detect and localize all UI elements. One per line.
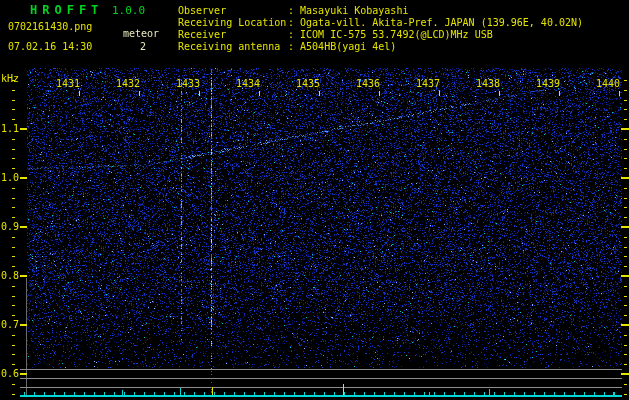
info-row: Receiver: ICOM IC-575 53.7492(@LCD)MHz U… — [178, 29, 583, 41]
app-title: HROFFT — [30, 3, 103, 17]
freq-tick-label: 0.8 — [0, 271, 19, 281]
meteor-count: 2 — [140, 41, 146, 52]
time-tick-label: 1433 — [174, 79, 200, 89]
mode-label: meteor — [123, 28, 159, 39]
time-tick-label: 1439 — [534, 79, 560, 89]
receiver-info: Observer: Masayuki KobayashiReceiving Lo… — [178, 5, 583, 53]
time-tick-label: 1440 — [594, 79, 620, 89]
freq-axis-unit-label: kHz — [1, 73, 19, 84]
freq-tick-label: 0.7 — [0, 320, 19, 330]
time-tick-label: 1437 — [414, 79, 440, 89]
time-tick-label: 1434 — [234, 79, 260, 89]
time-tick-label: 1432 — [114, 79, 140, 89]
spectrogram-canvas — [0, 0, 629, 400]
datetime: 07.02.16 14:30 — [8, 41, 92, 52]
freq-tick-label: 1.1 — [0, 124, 19, 134]
filename: 0702161430.png — [8, 21, 92, 32]
freq-tick-label: 0.9 — [0, 222, 19, 232]
freq-tick-label: 0.6 — [0, 369, 19, 379]
time-tick-label: 1431 — [54, 79, 80, 89]
time-tick-label: 1438 — [474, 79, 500, 89]
info-row: Receiving antenna: A504HB(yagi 4el) — [178, 41, 583, 53]
time-tick-label: 1436 — [354, 79, 380, 89]
time-tick-label: 1435 — [294, 79, 320, 89]
hrofft-screen: HROFFT 1.0.0 0702161430.png meteor 07.02… — [0, 0, 629, 400]
info-row: Receiving Location: Ogata-vill. Akita-Pr… — [178, 17, 583, 29]
app-version: 1.0.0 — [112, 4, 145, 17]
freq-tick-label: 1.0 — [0, 173, 19, 183]
info-row: Observer: Masayuki Kobayashi — [178, 5, 583, 17]
